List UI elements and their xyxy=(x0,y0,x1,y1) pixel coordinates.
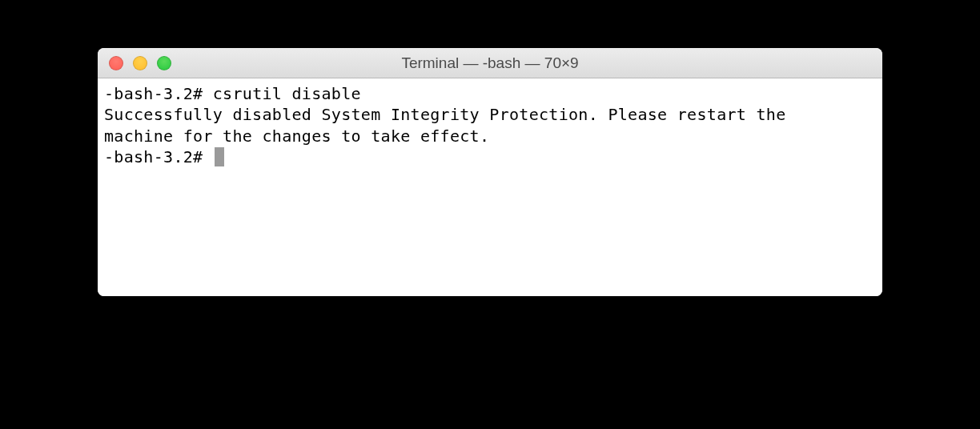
terminal-line: -bash-3.2# csrutil disable xyxy=(104,83,876,104)
terminal-output: machine for the changes to take effect. xyxy=(104,126,876,146)
terminal-line: -bash-3.2# xyxy=(104,146,876,167)
cursor-icon xyxy=(215,147,224,166)
title-bar[interactable]: Terminal — -bash — 70×9 xyxy=(98,48,882,78)
shell-prompt: -bash-3.2# xyxy=(104,146,213,167)
close-button[interactable] xyxy=(109,56,123,70)
terminal-window: Terminal — -bash — 70×9 -bash-3.2# csrut… xyxy=(98,48,882,296)
traffic-lights xyxy=(98,56,171,70)
minimize-button[interactable] xyxy=(133,56,147,70)
window-title: Terminal — -bash — 70×9 xyxy=(98,54,882,72)
command-text: csrutil disable xyxy=(213,84,361,103)
terminal-output: Successfully disabled System Integrity P… xyxy=(104,104,876,125)
terminal-content[interactable]: -bash-3.2# csrutil disableSuccessfully d… xyxy=(98,78,882,296)
shell-prompt: -bash-3.2# xyxy=(104,84,213,103)
zoom-button[interactable] xyxy=(157,56,171,70)
